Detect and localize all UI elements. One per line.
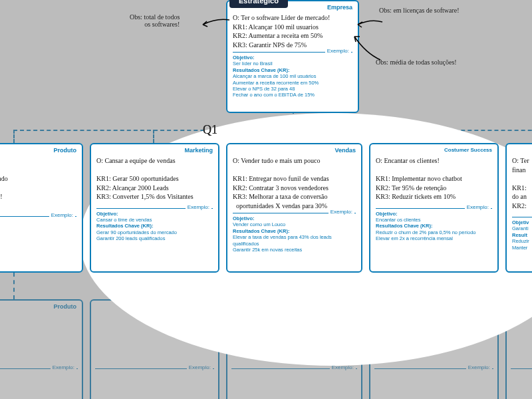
arrow-icon xyxy=(352,33,386,63)
kr2: KR2: Aumentar a receita em 50% xyxy=(233,31,352,41)
connector xyxy=(153,130,154,143)
kr1: KR1: Gerar 500 oportunidades xyxy=(96,174,213,184)
card-vendas: Vendas O: Vender tudo e mais um pouco KR… xyxy=(226,143,362,273)
card-cs: Costumer Success O: Encantar os clientes… xyxy=(369,143,499,273)
card-empty-produto: Produto Exemplo: xyxy=(0,299,83,399)
strategic-badge: Estratégico xyxy=(229,0,288,8)
note-right-top: Obs: em licenças de software! xyxy=(379,7,460,14)
obj-heading: Objetivo: xyxy=(96,211,118,217)
res-1: Alcançar a marca de 100 mil usuários xyxy=(233,73,316,79)
res-heading: Resultados Chave (KR): xyxy=(233,67,289,73)
card-extra: O: Ter finan KR1: do an KR2: Objetiv Gar… xyxy=(505,143,532,273)
res-2: Garantir 200 leads qualificados xyxy=(96,235,165,241)
card-empty-cs: Costumer Success Exemplo: xyxy=(369,299,499,399)
res-4: Fechar o ano com o EBITDA de 15% xyxy=(233,92,315,98)
res-2: Elevar em 2x a recorrência mensal xyxy=(376,235,453,241)
card-corner-label: Marketing xyxy=(184,303,213,310)
card-corner-label: Marketing xyxy=(184,147,213,154)
card-corner-label: Vendas xyxy=(334,147,356,154)
connector xyxy=(432,130,434,143)
card-marketing: Marketing O: Cansar a equipe de vendas K… xyxy=(90,143,219,273)
obj-text: Ser líder no Brasil xyxy=(233,61,273,66)
res-2: Manter xyxy=(512,245,527,251)
res-3: Elevar o NPS de 32 para 48 xyxy=(233,86,295,92)
card-corner-label: Empresa xyxy=(327,4,352,11)
kr3: KR3: Converter 1,5% dos Visitantes xyxy=(96,192,213,201)
example-label: Exemplo: xyxy=(186,204,211,210)
res-2: Aumentar a receita recorrente em 50% xyxy=(233,80,319,86)
line: do an xyxy=(512,192,532,201)
card-empty-marketing: Marketing Exemplo: xyxy=(90,299,219,399)
card-empty-extra xyxy=(505,299,532,399)
example-label: Exemplo: xyxy=(329,209,354,215)
connector xyxy=(153,273,154,299)
res-heading: Result xyxy=(512,232,527,238)
connector xyxy=(293,130,294,143)
card-corner-label: Vendas xyxy=(334,303,356,310)
example-label: Exemplo: xyxy=(51,364,76,370)
res-heading: Resultados Chave (KR): xyxy=(96,223,153,229)
obj-heading: Objetivo: xyxy=(376,211,398,217)
kr2: KR2: Alcançar 2000 Leads xyxy=(96,184,213,193)
card-strategic: Empresa O: Ter o software Líder de merca… xyxy=(226,0,359,113)
example-label: Exemplo: xyxy=(466,364,492,370)
connector xyxy=(432,273,434,299)
arrow-icon xyxy=(200,17,233,30)
obj-text: Vender como um Louco xyxy=(233,221,285,227)
res-1: Reduzir o churn de 2% para 0,5% no perío… xyxy=(376,229,476,235)
objective: O: Ter xyxy=(512,156,532,166)
kr1: KR1: xyxy=(512,184,532,193)
frag: novas soluções! xyxy=(0,192,76,201)
obj-heading: Objetivo: xyxy=(233,55,255,61)
res-1: Reduzir xyxy=(512,238,529,244)
kr2: KR2: Ter 95% de retenção xyxy=(376,184,492,193)
objective: O: Cansar a equipe de vendas xyxy=(96,156,213,166)
card-corner-label: Produto xyxy=(54,303,77,310)
example-label: Exemplo: xyxy=(49,212,75,218)
line: finan xyxy=(512,166,532,175)
example-label: Exemplo: xyxy=(330,364,356,370)
card-produto: Produto incrível! r app re-projetado uid… xyxy=(0,143,83,273)
res-2: Garantir 25k em novas receitas xyxy=(233,247,302,253)
example-label: Exemplo: xyxy=(187,364,213,370)
obj-text: Cansar o time de vendas xyxy=(96,217,152,223)
res-1: Gerar 90 oportunidades do mercado xyxy=(96,229,177,235)
res-heading: Resultados Chave (KR): xyxy=(376,223,432,229)
connector xyxy=(13,130,532,131)
objective: O: Encantar os clientes! xyxy=(376,156,492,166)
note-left: Obs: total de todos os softwares! xyxy=(130,13,180,28)
kr1: KR1: Alcançar 100 mil usuarios xyxy=(233,23,352,32)
kr2: KR2: xyxy=(512,201,532,211)
card-corner-label: Produto xyxy=(54,147,77,154)
obj-text: Garanti xyxy=(512,225,529,231)
okr-canvas: Empresa O: Ter o software Líder de merca… xyxy=(0,0,532,399)
card-corner-label: Costumer Success xyxy=(444,147,492,153)
kr3: KR3: Reduzir tickets em 10% xyxy=(376,192,492,201)
frag: r app re-projetado xyxy=(0,174,76,184)
arrow-icon xyxy=(356,17,386,30)
obj-text: Encantar os clientes xyxy=(376,217,421,223)
card-empty-vendas: Vendas Exemplo: xyxy=(226,299,362,399)
res-1: Elevar a taxa de vendas para 43% dos lea… xyxy=(233,234,332,246)
obj-heading: Objetiv xyxy=(512,219,529,225)
note-right-bottom: Obs: média de todas soluções! xyxy=(376,59,457,66)
kr3: KR3: Melhorar a taxa de conversão oportu… xyxy=(233,192,356,210)
objective: O: Ter o software Líder de mercado! xyxy=(233,13,352,23)
example-label: Exemplo: xyxy=(465,204,491,210)
res-heading: Resultados Chave (KR): xyxy=(233,228,289,234)
card-corner-label: Costumer Success xyxy=(444,303,492,309)
kr1: KR1: Entregar novo funil de vendas xyxy=(233,174,356,184)
frag: uidos xyxy=(0,184,76,193)
frag: incrível! xyxy=(0,156,76,166)
kr2: KR2: Contratar 3 novos vendedores xyxy=(233,184,356,193)
connector xyxy=(13,130,15,143)
obj-heading: Objetivo: xyxy=(233,215,255,221)
q1-label: Q1 xyxy=(203,123,217,137)
kr1: KR1: Implementar novo chatbot xyxy=(376,174,492,184)
objective: O: Vender tudo e mais um pouco xyxy=(233,156,356,166)
example-label: Exemplo: xyxy=(325,48,351,54)
connector xyxy=(293,273,294,299)
connector xyxy=(13,273,15,299)
